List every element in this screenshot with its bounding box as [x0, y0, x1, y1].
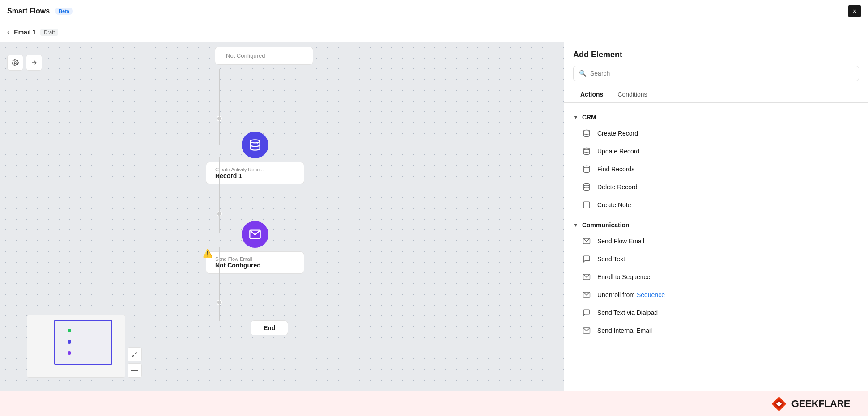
- panel-title: Add Element: [573, 50, 859, 59]
- tab-actions[interactable]: Actions: [573, 87, 610, 102]
- create-note-icon: [582, 200, 591, 209]
- create-record-icon: [582, 129, 591, 138]
- canvas-area[interactable]: Not Configured Create Activity Reco... R…: [0, 42, 564, 391]
- flow-name: Email 1: [14, 29, 36, 36]
- status-badge: Draft: [40, 29, 58, 36]
- svg-line-5: [135, 352, 137, 354]
- warning-icon: ⚠️: [203, 248, 213, 258]
- beta-badge: Beta: [55, 8, 73, 15]
- find-records-item[interactable]: Find Records: [564, 160, 868, 178]
- mini-map-node-green: [68, 329, 71, 332]
- arrow-icon-button[interactable]: [26, 55, 42, 71]
- crm-chevron-icon: ▼: [573, 114, 579, 120]
- communication-section-title: Communication: [582, 221, 630, 229]
- svg-point-9: [583, 166, 590, 168]
- end-node: End: [251, 320, 288, 335]
- create-note-item[interactable]: Create Note: [564, 196, 868, 214]
- geekflare-logo: GEEKFLARE: [771, 396, 850, 412]
- unenroll-sequence-item[interactable]: Unenroll from Sequence: [564, 286, 868, 304]
- mini-map-inner: [27, 315, 125, 377]
- svg-point-0: [14, 62, 16, 64]
- mini-map-node-blue: [68, 340, 71, 344]
- send-text-dialpad-icon: [582, 308, 591, 317]
- send-internal-email-item[interactable]: Send Internal Email: [564, 322, 868, 340]
- communication-section-header[interactable]: ▼ Communication: [564, 218, 868, 232]
- send-internal-email-label: Send Internal Email: [597, 327, 652, 334]
- update-record-icon: [582, 147, 591, 156]
- record-card-subtitle: Create Activity Reco...: [215, 167, 295, 172]
- enroll-sequence-label: Enroll to Sequence: [597, 273, 650, 280]
- send-text-label: Send Text: [597, 255, 625, 263]
- find-records-icon: [582, 165, 591, 174]
- close-button[interactable]: ×: [848, 5, 861, 17]
- search-input[interactable]: [590, 70, 853, 77]
- update-record-item[interactable]: Update Record: [564, 142, 868, 160]
- mini-map: [27, 315, 125, 378]
- email-icon-circle: [242, 221, 268, 248]
- fit-map-button[interactable]: [128, 347, 142, 361]
- not-configured-label: Not Configured: [226, 52, 265, 59]
- email-card-subtitle: Send Flow Email: [215, 256, 295, 262]
- zoom-out-button[interactable]: —: [128, 363, 142, 378]
- crm-section-title: CRM: [582, 114, 596, 121]
- tab-conditions[interactable]: Conditions: [610, 87, 654, 102]
- settings-icon-button[interactable]: [7, 55, 23, 71]
- create-record-label: Create Record: [597, 130, 638, 137]
- delete-record-label: Delete Record: [597, 183, 638, 191]
- main-content: Not Configured Create Activity Reco... R…: [0, 42, 868, 391]
- search-box: 🔍: [573, 66, 859, 81]
- panel-header: Add Element 🔍 Actions Conditions: [564, 42, 868, 103]
- email-node[interactable]: ⚠️ Send Flow Email Not Configured: [206, 221, 304, 274]
- not-configured-card: Not Configured: [215, 47, 313, 65]
- top-bar: Smart Flows Beta ×: [0, 0, 868, 22]
- svg-point-8: [583, 148, 590, 150]
- send-flow-email-label: Send Flow Email: [597, 238, 644, 245]
- send-text-dialpad-item[interactable]: Send Text via Dialpad: [564, 304, 868, 322]
- enroll-sequence-item[interactable]: Enroll to Sequence: [564, 268, 868, 286]
- map-controls: —: [128, 347, 142, 378]
- right-panel: Add Element 🔍 Actions Conditions ▼ CRM: [564, 42, 868, 391]
- send-text-icon: [582, 255, 591, 263]
- find-records-label: Find Records: [597, 166, 634, 173]
- send-internal-email-icon: [582, 326, 591, 335]
- section-divider-1: [564, 216, 868, 216]
- record-icon-circle: [242, 132, 268, 158]
- tabs-row: Actions Conditions: [573, 87, 859, 102]
- arrow-icon: [30, 59, 38, 66]
- mini-map-node-purple: [68, 351, 71, 355]
- back-button[interactable]: ‹: [7, 28, 9, 36]
- app-title: Smart Flows: [7, 7, 50, 15]
- svg-point-10: [583, 184, 590, 186]
- delete-record-item[interactable]: Delete Record: [564, 178, 868, 196]
- panel-body: ▼ CRM Create Record Update: [564, 103, 868, 347]
- svg-point-2: [251, 140, 260, 143]
- fit-icon: [132, 351, 138, 357]
- crm-section-header[interactable]: ▼ CRM: [564, 110, 868, 124]
- svg-line-6: [132, 355, 134, 357]
- footer-bar: GEEKFLARE: [0, 391, 868, 416]
- send-text-dialpad-label: Send Text via Dialpad: [597, 309, 658, 316]
- send-flow-email-icon: [582, 237, 591, 246]
- second-bar: ‹ Email 1 Draft: [0, 22, 868, 42]
- search-icon: 🔍: [579, 70, 587, 77]
- record-node[interactable]: Create Activity Reco... Record 1: [206, 132, 304, 184]
- geekflare-diamond-icon: [771, 396, 787, 412]
- geekflare-text: GEEKFLARE: [791, 398, 850, 410]
- record-card: Create Activity Reco... Record 1: [206, 162, 304, 184]
- database-icon: [249, 139, 261, 151]
- communication-chevron-icon: ▼: [573, 222, 579, 228]
- send-text-item[interactable]: Send Text: [564, 250, 868, 268]
- record-card-title: Record 1: [215, 172, 295, 179]
- send-flow-email-item[interactable]: Send Flow Email: [564, 232, 868, 250]
- unenroll-sequence-label: Unenroll from Sequence: [597, 291, 665, 298]
- unenroll-sequence-icon: [582, 290, 591, 299]
- create-record-item[interactable]: Create Record: [564, 124, 868, 142]
- email-card-title: Not Configured: [215, 262, 295, 269]
- delete-record-icon: [582, 183, 591, 191]
- mini-map-viewport: [54, 320, 112, 365]
- email-card: ⚠️ Send Flow Email Not Configured: [206, 251, 304, 274]
- svg-line-3: [257, 142, 258, 143]
- update-record-label: Update Record: [597, 148, 639, 155]
- svg-point-7: [583, 130, 590, 132]
- gear-icon: [12, 59, 19, 66]
